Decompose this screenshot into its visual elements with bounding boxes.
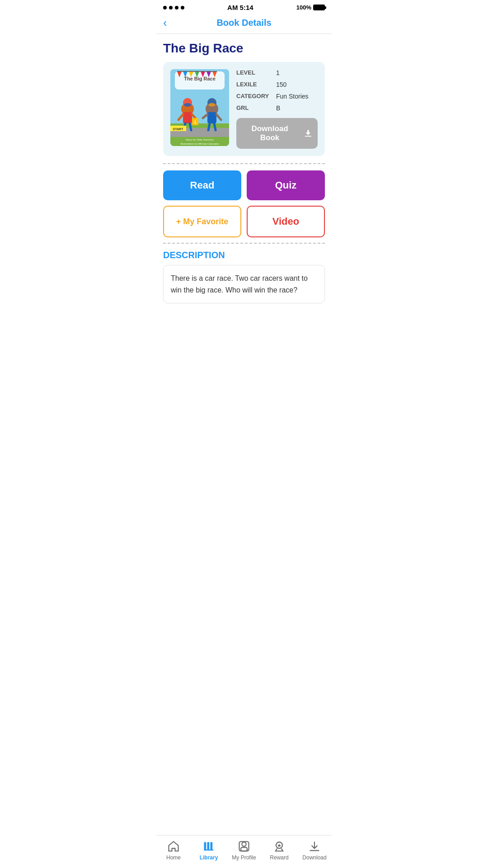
meta-lexile: LEXILE 150: [236, 81, 318, 88]
svg-line-21: [190, 123, 191, 130]
back-button[interactable]: ‹: [163, 16, 167, 30]
svg-point-16: [184, 103, 191, 107]
download-book-button[interactable]: Download Book: [236, 118, 318, 149]
read-button[interactable]: Read: [163, 170, 241, 200]
signal-dots: [163, 6, 184, 9]
svg-text:START: START: [173, 127, 184, 131]
book-title: The Big Race: [163, 41, 325, 56]
description-section: DESCRIPTION There is a car race. Two car…: [163, 250, 325, 303]
book-card: The Big Race 1: [163, 62, 325, 156]
favorite-button[interactable]: + My Favorite: [163, 206, 241, 237]
svg-rect-37: [305, 136, 312, 137]
page-title: Book Details: [216, 18, 271, 28]
book-metadata: LEVEL 1 LEXILE 150 CATEGORY Fun Stories …: [236, 69, 318, 149]
description-text: There is a car race. Two car racers want…: [171, 273, 317, 296]
download-book-icon: [303, 128, 313, 138]
quiz-button[interactable]: Quiz: [247, 170, 325, 200]
header: ‹ Book Details: [156, 13, 332, 34]
svg-text:Story by Viola Sanchez: Story by Viola Sanchez: [186, 138, 214, 141]
description-heading: DESCRIPTION: [163, 250, 325, 260]
svg-text:1: 1: [194, 120, 196, 124]
action-buttons: Read Quiz + My Favorite Video: [163, 170, 325, 237]
book-card-inner: The Big Race 1: [170, 69, 318, 149]
status-bar: AM 5:14 100%: [156, 0, 332, 13]
battery-indicator: 100%: [296, 4, 325, 11]
svg-text:Illustrations by Mircea Catusa: Illustrations by Mircea Catusanu: [180, 142, 219, 145]
divider-top: [163, 163, 325, 164]
video-button[interactable]: Video: [247, 206, 325, 237]
battery-icon: [313, 5, 325, 10]
status-time: AM 5:14: [227, 4, 253, 11]
svg-line-31: [208, 123, 210, 130]
book-cover: The Big Race 1: [170, 69, 229, 146]
meta-grl: GRL B: [236, 104, 318, 112]
svg-rect-28: [207, 112, 216, 123]
description-card: There is a car race. Two car racers want…: [163, 265, 325, 303]
svg-rect-17: [183, 112, 192, 123]
meta-category: CATEGORY Fun Stories: [236, 93, 318, 100]
meta-level: LEVEL 1: [236, 69, 318, 76]
svg-line-32: [214, 123, 216, 130]
svg-text:The Big Race: The Big Race: [184, 76, 216, 81]
divider-bottom: [163, 243, 325, 244]
svg-point-27: [208, 103, 216, 107]
main-content: The Big Race: [156, 34, 332, 349]
